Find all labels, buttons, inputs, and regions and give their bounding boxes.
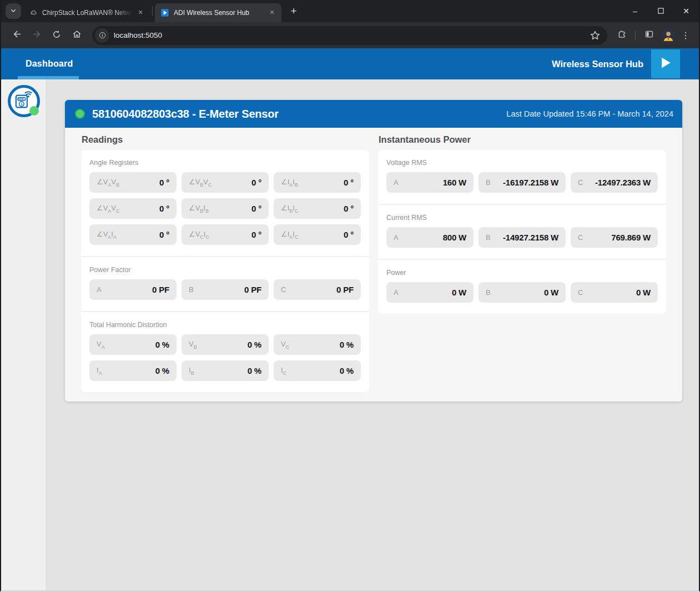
metric-value: -12497.2363 W [595,178,651,187]
metric-vaia: ∠VAIA0 ° [89,224,177,245]
metric-value: 0 ° [159,178,169,187]
metric-value: 0 ° [344,204,354,213]
site-info-button[interactable] [95,28,109,43]
metric-value: 0 PF [152,285,169,294]
address-bar[interactable]: localhost:5050 [92,26,607,45]
metric-value: 769.869 W [611,233,651,242]
metric-b: B0 W [479,282,566,303]
section-power: PowerA0 WB0 WC0 W [378,259,666,314]
metric-va: VA0 % [89,334,177,355]
device-sidebar [1,79,46,592]
browser-menu-button[interactable]: ⋮ [678,30,693,41]
last-updated-text: Last Date Updated 15:46 PM - March 14, 2… [506,109,673,118]
metric-label: VB [189,340,197,350]
metric-value: 0 ° [159,204,169,213]
extensions-button[interactable] [613,27,631,44]
device-title: 5810604082803c38 - E-Meter Sensor [92,108,279,121]
metric-label: B [486,178,491,187]
side-panel-icon [644,29,654,42]
metric-value: 0 W [636,288,651,297]
device-online-dot [29,106,39,116]
metric-value: 0 W [544,288,558,297]
side-panel-button[interactable] [640,27,658,44]
metric-label: A [97,285,102,294]
metric-vavb: ∠VAVB0 ° [89,172,177,193]
tab-title: ADI Wireless Sensor Hub [174,9,264,17]
metric-label: ∠IAIB [281,178,298,188]
metric-iaib: ∠IAIB0 ° [274,172,361,193]
metric-a: A0 PF [89,279,177,300]
back-arrow-icon [12,29,22,42]
metric-label: ∠VAVB [97,178,119,188]
adi-play-favicon-icon [160,8,169,17]
back-button[interactable] [8,27,26,44]
metric-value: 0 % [155,366,169,375]
metric-c: C-12497.2363 W [571,172,658,193]
close-icon[interactable]: × [135,8,145,18]
chirpstack-cloud-icon [29,8,38,17]
nav-item-dashboard[interactable]: Dashboard [26,59,73,69]
window-minimize-button[interactable]: – [622,0,648,22]
metric-value: 800 W [443,233,466,242]
close-icon[interactable]: × [267,8,277,18]
tab-divider [152,6,153,16]
group-label: Voltage RMS [386,159,658,167]
metric-value: 0 % [340,340,354,349]
group-label: Power Factor [89,266,361,274]
window-close-button[interactable]: ✕ [673,0,699,22]
metric-value: 0 ° [251,204,261,213]
metric-a: A0 W [386,282,474,303]
metric-label: B [486,288,491,297]
tab-search-button[interactable] [6,3,21,19]
sidebar-device-button[interactable] [8,85,40,117]
new-tab-button[interactable]: + [286,3,301,19]
metric-a: A800 W [386,227,474,248]
metric-vc: VC0 % [274,334,361,355]
metric-label: ∠IBIC [281,204,298,214]
metric-label: C [578,178,583,187]
forward-arrow-icon [32,29,42,42]
metric-value: 0 ° [251,178,261,187]
metric-label: ∠VAIA [97,230,117,240]
chevron-down-icon [10,6,17,16]
metric-ia: IA0 % [89,360,177,381]
active-nav-indicator [18,76,79,79]
app-navbar: Dashboard Wireless Sensor Hub [1,48,699,79]
metric-value: 0 W [452,288,466,297]
metric-a: A160 W [386,172,474,193]
forward-button[interactable] [28,27,46,44]
metric-value: 0 PF [336,285,354,294]
reload-button[interactable] [48,27,66,44]
adi-logo[interactable] [651,49,680,78]
metric-c: C0 PF [274,279,361,300]
metric-vb: VB0 % [182,334,269,355]
instantaneous-power-title: Instantaneous Power [379,134,666,145]
status-dot-green [75,109,85,119]
section-angle-registers: Angle Registers∠VAVB0 °∠VBVC0 °∠IAIB0 °∠… [81,150,369,256]
browser-tabstrip: ChirpStack LoRaWAN® Networ × ADI Wireles… [1,0,699,22]
device-card-header[interactable]: 5810604082803c38 - E-Meter Sensor Last D… [65,100,682,128]
readings-column: Readings Angle Registers∠VAVB0 °∠VBVC0 °… [81,128,369,392]
section-power-factor: Power FactorA0 PFB0 PFC0 PF [81,256,369,311]
toolbar-separator [635,31,636,41]
tab-adi-hub[interactable]: ADI Wireless Sensor Hub × [155,3,281,22]
tab-chirpstack[interactable]: ChirpStack LoRaWAN® Networ × [23,3,150,22]
app-title: Wireless Sensor Hub [552,59,643,69]
url-text[interactable]: localhost:5050 [114,31,588,39]
device-card-body: Readings Angle Registers∠VAVB0 °∠VBVC0 °… [65,128,682,402]
metric-value: 0 ° [344,230,354,239]
device-card: 5810604082803c38 - E-Meter Sensor Last D… [65,100,682,402]
browser-toolbar: localhost:5050 ⋮ [1,22,699,48]
metric-label: C [578,233,583,242]
page-body: 5810604082803c38 - E-Meter Sensor Last D… [1,79,699,592]
bookmark-star-icon[interactable] [588,29,602,42]
window-maximize-button[interactable] [648,0,673,22]
metric-value: -14927.2158 W [503,233,558,242]
home-icon [72,29,82,42]
metric-b: B0 PF [182,279,269,300]
profile-avatar[interactable] [661,28,676,43]
home-button[interactable] [68,27,85,44]
group-label: Power [386,269,658,277]
metric-label: A [394,178,399,187]
metric-value: 0 % [248,340,261,349]
